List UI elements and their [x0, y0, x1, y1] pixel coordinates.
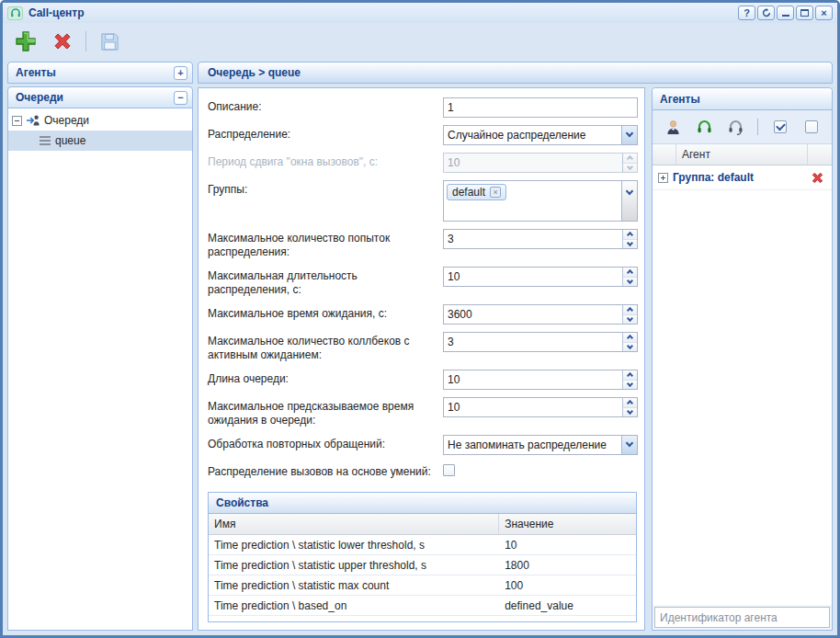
spinner-down-icon[interactable] [623, 380, 637, 390]
remove-group-button[interactable] [810, 170, 825, 186]
accordion-agents-label: Агенты [16, 66, 56, 79]
queue-form: Описание: Распределение: Пе [198, 87, 645, 631]
skills-checkbox[interactable] [443, 464, 455, 476]
chevron-down-icon[interactable] [621, 126, 637, 144]
select-all-button[interactable] [770, 117, 789, 137]
queue-form-header: Очередь > queue [198, 62, 833, 84]
grid-selector-column [653, 144, 676, 165]
expand-expander-icon[interactable] [658, 173, 668, 183]
column-value-header[interactable]: Значение [499, 514, 636, 534]
content-area: Агенты + Очереди − Очереди [3, 60, 837, 635]
agent-filter-button[interactable] [664, 117, 683, 137]
description-input[interactable] [443, 97, 638, 118]
floppy-disk-icon [98, 30, 121, 53]
predicted-wait-spinner[interactable] [443, 397, 638, 417]
add-button[interactable] [12, 28, 40, 55]
properties-title: Свойства [216, 496, 268, 509]
person-icon [664, 119, 682, 136]
spinner-down-icon[interactable] [623, 407, 637, 417]
spinner-down-icon[interactable] [623, 277, 637, 287]
tree-node-queue[interactable]: queue [8, 131, 192, 151]
max-wait-spinner[interactable] [443, 304, 638, 325]
group-tag-default[interactable]: default × [447, 184, 506, 200]
field-distribution-label: Распределение: [208, 125, 443, 145]
spinner-down-icon[interactable] [623, 342, 637, 352]
headset-app-icon [7, 6, 23, 20]
offline-agents-button[interactable] [726, 117, 745, 137]
spinner-down-icon [623, 163, 637, 173]
collapse-expander-icon[interactable] [12, 116, 22, 126]
left-sidebar: Агенты + Очереди − Очереди [7, 62, 193, 631]
spinner-up-icon[interactable] [623, 230, 637, 239]
agents-panel: Агенты [652, 87, 833, 631]
max-callbacks-spinner[interactable] [443, 332, 638, 352]
minimize-button[interactable] [777, 6, 794, 20]
plus-icon [14, 29, 38, 53]
spinner-up-icon[interactable] [623, 370, 637, 380]
queue-group-icon [26, 113, 40, 128]
group-row-label: Группа: default [673, 171, 754, 184]
properties-panel: Свойства Имя Значение Time prediction \ … [208, 492, 637, 622]
table-row[interactable]: Time prediction \ based_on defined_value [209, 596, 636, 616]
spinner-up-icon[interactable] [623, 333, 637, 342]
chevron-down-icon[interactable] [621, 436, 637, 454]
tree-node-queues[interactable]: Очереди [8, 110, 192, 131]
toolbar-separator [757, 119, 758, 135]
help-button[interactable]: ? [738, 6, 755, 20]
accordion-queues-header[interactable]: Очереди − [7, 86, 193, 108]
tag-close-icon[interactable]: × [490, 187, 501, 198]
field-predicted-wait: Максимальное предсказываемое время ожида… [208, 397, 637, 427]
field-max-wait-label: Максимальное время ожидания, с: [208, 304, 443, 325]
group-row-default[interactable]: Группа: default [653, 165, 832, 190]
table-row[interactable]: Time prediction \ defined value 60 [209, 616, 636, 622]
accordion-agents-header[interactable]: Агенты + [7, 62, 193, 84]
online-agents-button[interactable] [695, 117, 714, 137]
max-duration-spinner[interactable] [443, 267, 638, 287]
collapse-minus-icon[interactable]: − [174, 91, 187, 105]
groups-multiselect[interactable]: default × [443, 180, 638, 222]
spinner-down-icon[interactable] [623, 239, 637, 249]
refresh-button[interactable] [757, 6, 775, 20]
spinner-down-icon[interactable] [623, 314, 637, 325]
field-max-attempts: Максимальное количество попыток распреде… [208, 229, 637, 259]
close-button[interactable]: × [815, 6, 833, 20]
window-shift-spinner [443, 153, 638, 173]
headset-green-icon [696, 119, 713, 136]
max-attempts-spinner[interactable] [443, 229, 638, 249]
field-max-wait: Максимальное время ожидания, с: [208, 304, 637, 325]
repeat-handling-select[interactable] [443, 435, 638, 455]
save-button[interactable] [96, 28, 123, 55]
spinner-up-icon[interactable] [623, 398, 637, 407]
spinner-up-icon[interactable] [623, 305, 637, 314]
window-title: Call-центр [28, 6, 85, 19]
agents-footer [653, 605, 832, 630]
field-max-callbacks-label: Максимальное количество коллбеков с акти… [208, 332, 443, 362]
field-predicted-wait-label: Максимальное предсказываемое время ожида… [208, 397, 443, 427]
delete-button[interactable] [49, 28, 76, 55]
agents-toolbar [653, 110, 832, 144]
agent-id-input[interactable] [654, 607, 830, 628]
headset-gray-icon [727, 119, 744, 136]
queue-form-title: Очередь > queue [208, 66, 301, 79]
spinner-up-icon[interactable] [623, 268, 637, 277]
table-row[interactable]: Time prediction \ statistic lower thresh… [209, 535, 636, 555]
expand-plus-icon[interactable]: + [174, 66, 187, 80]
checkbox-checked-icon [774, 120, 787, 133]
field-queue-length-label: Длина очереди: [208, 370, 443, 390]
distribution-select[interactable] [443, 125, 638, 145]
agent-column-header[interactable]: Агент [676, 144, 808, 165]
field-max-duration: Максимальная длительность распределения,… [208, 267, 637, 297]
spinner-up-icon [623, 154, 637, 163]
field-max-callbacks: Максимальное количество коллбеков с акти… [208, 332, 637, 362]
agents-panel-header: Агенты [653, 88, 832, 110]
properties-header: Свойства [209, 493, 636, 514]
queues-tree: Очереди queue [7, 108, 193, 631]
deselect-all-button[interactable] [801, 117, 821, 137]
chevron-down-icon[interactable] [621, 181, 637, 221]
queue-length-spinner[interactable] [443, 370, 638, 390]
toolbar-separator [85, 31, 86, 51]
table-row[interactable]: Time prediction \ statistic upper thresh… [209, 555, 636, 575]
table-row[interactable]: Time prediction \ statistic max count 10… [209, 575, 636, 596]
column-name-header[interactable]: Имя [209, 514, 499, 534]
maximize-button[interactable] [796, 6, 813, 20]
